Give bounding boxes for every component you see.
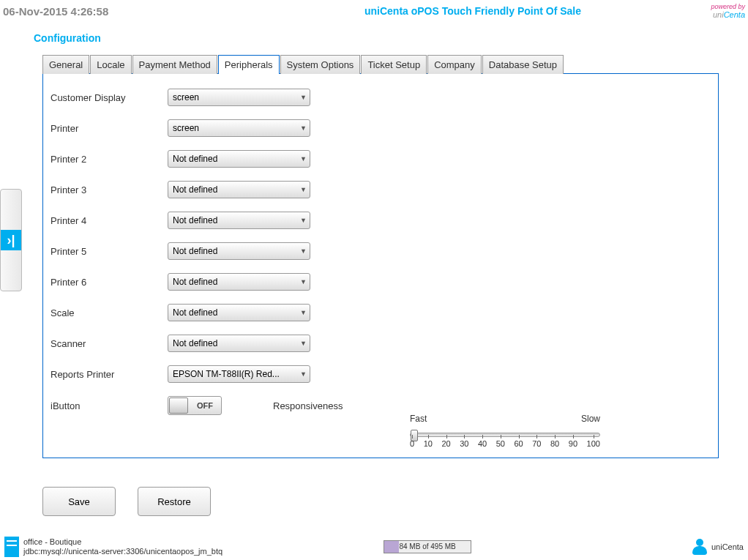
combo-printer-2[interactable]: Not defined▼ — [168, 150, 310, 168]
field-label-5: Printer 5 — [51, 246, 168, 257]
tick-10: 10 — [424, 439, 433, 448]
status-bar: office - Boutique jdbc:mysql://unicenta-… — [0, 534, 748, 560]
combo-scanner[interactable]: Not defined▼ — [168, 335, 310, 352]
combo-printer-5[interactable]: Not defined▼ — [168, 242, 310, 260]
tick-0: 0 — [410, 439, 414, 448]
tick-90: 90 — [569, 439, 577, 448]
tab-locale[interactable]: Locale — [90, 55, 131, 74]
tab-general[interactable]: General — [42, 55, 89, 74]
combo-value: Not defined — [173, 246, 217, 256]
expand-icon: ›| — [1, 230, 21, 250]
combo-customer-display[interactable]: screen▼ — [168, 89, 310, 106]
combo-printer-6[interactable]: Not defined▼ — [168, 273, 310, 291]
chevron-down-icon: ▼ — [300, 370, 307, 378]
combo-value: screen — [173, 92, 199, 102]
field-label-3: Printer 3 — [51, 184, 168, 195]
memory-text: 84 MB of 495 MB — [384, 542, 471, 550]
responsiveness-slider-block: Fast Slow 0102030405060708090100 — [410, 414, 600, 448]
combo-printer-4[interactable]: Not defined▼ — [168, 212, 310, 229]
memory-indicator: 84 MB of 495 MB — [384, 540, 476, 553]
chevron-down-icon: ▼ — [300, 124, 307, 132]
user-name: uniCenta — [711, 542, 744, 551]
chevron-down-icon: ▼ — [300, 155, 307, 163]
combo-value: Not defined — [173, 215, 217, 225]
toggle-knob — [169, 397, 188, 414]
field-label-6: Printer 6 — [51, 277, 168, 288]
chevron-down-icon: ▼ — [300, 247, 307, 255]
responsiveness-label: Responsiveness — [273, 400, 343, 411]
chevron-down-icon: ▼ — [300, 217, 307, 224]
restore-button[interactable]: Restore — [138, 487, 211, 516]
tab-company[interactable]: Company — [427, 55, 482, 74]
combo-value: Not defined — [173, 184, 217, 195]
tab-payment-method[interactable]: Payment Method — [132, 55, 217, 74]
field-label-7: Scale — [51, 307, 168, 318]
slider-slow-label: Slow — [581, 414, 600, 424]
tick-70: 70 — [532, 439, 541, 448]
combo-value: Not defined — [173, 154, 217, 164]
logo-uni: uni — [713, 10, 724, 19]
chevron-down-icon: ▼ — [300, 94, 307, 101]
status-jdbc: jdbc:mysql://unicenta-server:3306/unicen… — [23, 547, 222, 556]
tab-database-setup[interactable]: Database Setup — [482, 55, 564, 74]
chevron-down-icon: ▼ — [300, 278, 307, 285]
field-label-2: Printer 2 — [51, 154, 168, 165]
field-label-8: Scanner — [51, 338, 168, 349]
combo-value: screen — [173, 123, 199, 133]
field-label-9: Reports Printer — [51, 369, 168, 380]
slider-fast-label: Fast — [410, 414, 427, 424]
tick-60: 60 — [514, 439, 523, 448]
combo-reports-printer[interactable]: EPSON TM-T88II(R) Red...▼ — [168, 365, 310, 383]
responsiveness-slider[interactable] — [410, 433, 600, 437]
config-panel: Customer Displayscreen▼Printerscreen▼Pri… — [42, 73, 719, 458]
status-office: office - Boutique — [23, 537, 222, 547]
sidebar-toggle[interactable]: ›| — [0, 189, 22, 291]
chevron-down-icon: ▼ — [300, 340, 307, 347]
tick-50: 50 — [496, 439, 505, 448]
app-title: uniCenta oPOS Touch Friendly Point Of Sa… — [274, 5, 672, 17]
tick-80: 80 — [550, 439, 559, 448]
toggle-state: OFF — [189, 401, 221, 410]
ibutton-label: iButton — [51, 400, 168, 411]
user-icon — [691, 538, 708, 556]
logo: powered by uniCenta — [672, 3, 745, 19]
logo-centa: Centa — [724, 10, 745, 19]
tick-100: 100 — [587, 439, 600, 448]
logo-powered-by: powered by — [672, 3, 745, 10]
tab-system-options[interactable]: System Options — [280, 55, 361, 74]
field-label-0: Customer Display — [51, 92, 168, 103]
field-label-4: Printer 4 — [51, 215, 168, 226]
ibutton-toggle[interactable]: OFF — [168, 396, 222, 415]
combo-printer[interactable]: screen▼ — [168, 119, 310, 137]
combo-value: Not defined — [173, 307, 217, 318]
combo-printer-3[interactable]: Not defined▼ — [168, 181, 310, 198]
user-indicator[interactable]: uniCenta — [691, 538, 744, 556]
server-icon — [4, 537, 19, 557]
chevron-down-icon: ▼ — [300, 309, 307, 316]
tab-peripherals[interactable]: Peripherals — [218, 55, 280, 74]
combo-scale[interactable]: Not defined▼ — [168, 304, 310, 321]
timestamp: 06-Nov-2015 4:26:58 — [3, 5, 274, 18]
field-label-1: Printer — [51, 123, 168, 134]
combo-value: EPSON TM-T88II(R) Red... — [173, 369, 280, 379]
combo-value: Not defined — [173, 277, 217, 287]
save-button[interactable]: Save — [42, 487, 116, 516]
combo-value: Not defined — [173, 338, 217, 348]
chevron-down-icon: ▼ — [300, 186, 307, 193]
tick-40: 40 — [478, 439, 487, 448]
page-heading: Configuration — [0, 22, 748, 54]
tab-ticket-setup[interactable]: Ticket Setup — [361, 55, 427, 74]
tick-30: 30 — [460, 439, 468, 448]
tick-20: 20 — [441, 439, 450, 448]
